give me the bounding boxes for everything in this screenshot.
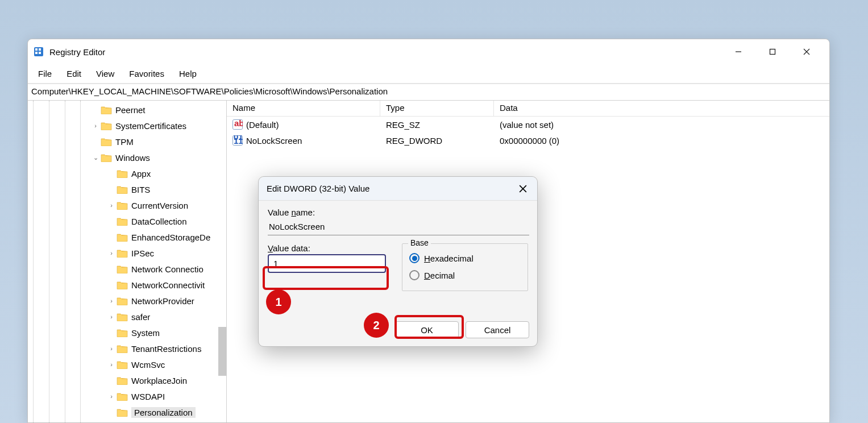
svg-text:110: 110 — [234, 136, 243, 146]
svg-rect-2 — [39, 48, 41, 51]
value-data-input[interactable] — [268, 254, 386, 273]
tree-pane: Peernet›SystemCertificatesTPM⌄WindowsApp… — [28, 101, 227, 422]
tree-item-label: BITS — [131, 185, 150, 194]
tree-item-label: Appx — [131, 169, 151, 179]
close-button[interactable] — [790, 40, 824, 63]
tree-item[interactable]: ›safer — [90, 309, 226, 325]
folder-icon — [101, 153, 112, 162]
tree-item-label: System — [131, 328, 160, 338]
value-name-field[interactable] — [268, 218, 529, 235]
tree-item[interactable]: ›IPSec — [90, 245, 226, 261]
folder-icon — [117, 233, 128, 242]
tree-item[interactable]: Personalization — [90, 404, 226, 420]
tree-item-label: EnhancedStorageDe — [131, 233, 210, 242]
folder-icon — [117, 376, 128, 385]
tree-item[interactable]: ›CurrentVersion — [90, 197, 226, 213]
base-label: Base — [408, 238, 431, 247]
dialog-body: Value name: Value data: Base Hexadecimal… — [259, 201, 537, 298]
tree-item-label: Peernet — [115, 105, 146, 115]
dialog-buttons: OK Cancel — [395, 321, 529, 338]
col-name[interactable]: Name — [227, 101, 380, 116]
menu-view[interactable]: View — [90, 67, 120, 81]
tree-item-label: TPM — [115, 137, 134, 147]
tree-list[interactable]: Peernet›SystemCertificatesTPM⌄WindowsApp… — [90, 101, 226, 422]
menu-file[interactable]: File — [32, 67, 57, 81]
ok-button[interactable]: OK — [395, 321, 459, 338]
chevron-right-icon[interactable]: › — [106, 361, 117, 368]
tree-item[interactable]: ›NetworkProvider — [90, 293, 226, 309]
chevron-right-icon[interactable]: › — [90, 122, 101, 129]
tree-item-label: safer — [131, 312, 150, 322]
radio-hex-icon — [409, 253, 420, 263]
col-data[interactable]: Data — [494, 101, 829, 116]
menu-edit[interactable]: Edit — [61, 67, 87, 81]
tree-item[interactable]: Appx — [90, 165, 226, 181]
menu-favorites[interactable]: Favorites — [123, 67, 170, 81]
value-name: NoLockScreen — [246, 136, 302, 146]
radio-decimal[interactable]: Decimal — [409, 267, 521, 284]
menubar: File Edit View Favorites Help — [28, 64, 829, 84]
list-rows: ab(Default)REG_SZ(value not set)011110No… — [227, 117, 829, 148]
tree-scrollbar-thumb[interactable] — [218, 327, 226, 376]
chevron-down-icon[interactable]: ⌄ — [90, 154, 101, 161]
tree-item[interactable]: TPM — [90, 134, 226, 150]
value-data-label: Value data: — [268, 243, 386, 253]
tree-item[interactable]: ›WSDAPI — [90, 388, 226, 404]
folder-icon — [101, 121, 112, 130]
folder-icon — [117, 392, 128, 401]
list-row[interactable]: 011110NoLockScreenREG_DWORD0x00000000 (0… — [227, 132, 829, 148]
dialog-close-button[interactable] — [517, 183, 529, 195]
value-data-group: Value data: — [268, 243, 386, 273]
tree-item[interactable]: ›WcmSvc — [90, 356, 226, 372]
tree-item-label: DataCollection — [131, 217, 187, 226]
svg-rect-3 — [35, 52, 38, 54]
folder-icon — [117, 217, 128, 226]
minimize-button[interactable] — [721, 40, 755, 63]
tree-item-label: IPSec — [131, 248, 154, 258]
tree-item[interactable]: EnhancedStorageDe — [90, 229, 226, 245]
tree-item[interactable]: NetworkConnectivit — [90, 277, 226, 293]
chevron-right-icon[interactable]: › — [106, 345, 117, 352]
value-data: (value not set) — [494, 119, 829, 131]
radio-dec-icon — [409, 270, 420, 280]
menu-help[interactable]: Help — [173, 67, 202, 81]
tree-item[interactable]: DataCollection — [90, 213, 226, 229]
tree-item[interactable]: ›TenantRestrictions — [90, 341, 226, 356]
tree-item-label: Windows — [115, 153, 150, 163]
tree-gutter — [28, 101, 90, 422]
chevron-right-icon[interactable]: › — [106, 250, 117, 256]
tree-item-label: NetworkConnectivit — [131, 280, 205, 290]
tree-item[interactable]: Peernet — [90, 102, 226, 118]
tree-item[interactable]: Network Connectio — [90, 261, 226, 277]
tree-item[interactable]: WorkplaceJoin — [90, 372, 226, 388]
cancel-button[interactable]: Cancel — [466, 321, 529, 338]
tree-item[interactable]: ⌄Windows — [90, 150, 226, 165]
radio-dec-label: Decimal — [424, 271, 455, 280]
col-type[interactable]: Type — [380, 101, 494, 116]
annotation-badge-1: 1 — [266, 289, 291, 314]
folder-icon — [117, 312, 128, 321]
chevron-right-icon[interactable]: › — [106, 202, 117, 209]
folder-icon — [117, 264, 128, 273]
folder-icon — [117, 296, 128, 305]
folder-icon — [117, 280, 128, 289]
list-row[interactable]: ab(Default)REG_SZ(value not set) — [227, 117, 829, 132]
address-bar[interactable]: Computer\HKEY_LOCAL_MACHINE\SOFTWARE\Pol… — [28, 84, 829, 101]
tree-item-label: WSDAPI — [131, 392, 165, 401]
tree-item-label: Personalization — [131, 407, 196, 418]
tree-item[interactable]: ›SystemCertificates — [90, 118, 226, 134]
svg-rect-4 — [39, 52, 41, 54]
svg-text:ab: ab — [234, 119, 243, 128]
chevron-right-icon[interactable]: › — [106, 393, 117, 400]
folder-icon — [117, 185, 128, 194]
maximize-button[interactable] — [755, 40, 790, 63]
regedit-icon — [34, 47, 44, 57]
svg-rect-1 — [35, 48, 38, 51]
chevron-right-icon[interactable]: › — [106, 313, 117, 320]
tree-item[interactable]: System — [90, 325, 226, 341]
tree-item[interactable]: BITS — [90, 181, 226, 197]
radio-hexadecimal[interactable]: Hexadecimal — [409, 250, 521, 267]
base-group: Base Hexadecimal Decimal — [402, 243, 528, 291]
folder-icon — [117, 328, 128, 337]
chevron-right-icon[interactable]: › — [106, 297, 117, 304]
